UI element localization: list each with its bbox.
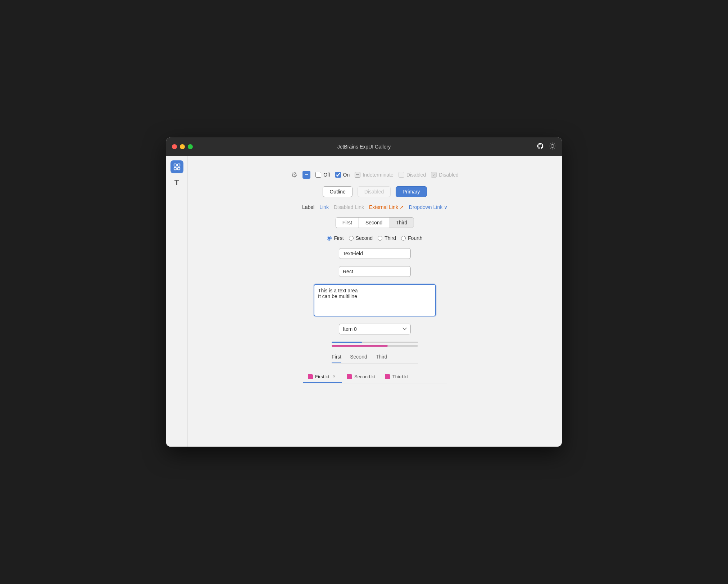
radio-first[interactable]	[327, 236, 332, 241]
svg-line-4	[554, 148, 555, 148]
seg-first[interactable]: First	[336, 218, 359, 228]
svg-rect-10	[177, 164, 179, 166]
textarea-row: This is a text area It can be multiline	[314, 284, 436, 316]
progress-bar-1-wrap	[332, 342, 418, 343]
checkbox-disabled-label: Disabled	[406, 172, 426, 178]
sidebar: T	[166, 156, 188, 447]
text-field-2[interactable]	[339, 266, 411, 277]
kotlin-icon-third	[385, 374, 390, 379]
checkbox-on-group: On	[335, 172, 350, 178]
tab-first[interactable]: First	[332, 354, 341, 363]
file-tabs-bar: First.kt × Second.kt Third.kt	[303, 371, 447, 383]
seg-third[interactable]: Third	[389, 218, 414, 228]
close-button[interactable]	[172, 144, 177, 149]
traffic-lights	[172, 144, 193, 149]
seg-second[interactable]: Second	[359, 218, 389, 228]
checkbox-off[interactable]	[315, 172, 321, 178]
progress-bar-1-fill	[332, 342, 362, 343]
kotlin-icon-second	[347, 374, 352, 379]
checkboxes-row: ⚙ − Off On Indeterminate	[291, 170, 459, 179]
sidebar-gallery-icon[interactable]	[170, 160, 183, 173]
radios-row: First Second Third Fourth	[327, 235, 422, 241]
disabled-button: Disabled	[358, 186, 391, 197]
svg-rect-9	[174, 164, 176, 166]
tab-third[interactable]: Third	[376, 354, 387, 363]
file-tab-second[interactable]: Second.kt	[342, 371, 380, 383]
radio-first-label: First	[334, 235, 343, 241]
link-disabled: Disabled Link	[334, 204, 364, 210]
radio-third-label: Third	[385, 235, 396, 241]
checkbox-off-group: Off	[315, 172, 330, 178]
text-area[interactable]: This is a text area It can be multiline	[314, 284, 436, 316]
content-area: ⚙ − Off On Indeterminate	[188, 156, 562, 447]
kotlin-icon-first	[308, 374, 313, 379]
sidebar-typography-icon[interactable]: T	[170, 176, 183, 189]
links-row: Label Link Disabled Link External Link ↗…	[302, 204, 447, 210]
text-field-1[interactable]	[339, 248, 411, 259]
dropdown-row: Item 0 Item 1 Item 2 Item 3	[339, 324, 411, 334]
radio-second-label: Second	[356, 235, 373, 241]
checkbox-disabled-checked-group: ✓ Disabled	[431, 172, 458, 178]
radio-second-group: Second	[349, 235, 373, 241]
minimize-button[interactable]	[180, 144, 185, 149]
progress-bar-2-fill	[332, 345, 388, 347]
checkbox-indeterminate-group: Indeterminate	[355, 172, 393, 178]
link-label: Label	[302, 204, 314, 210]
svg-rect-11	[174, 168, 176, 170]
link-normal[interactable]: Link	[319, 204, 329, 210]
link-dropdown[interactable]: Dropdown Link ∨	[409, 204, 447, 210]
gear-icon[interactable]: ⚙	[291, 170, 297, 179]
titlebar-actions	[537, 142, 556, 151]
segmented-control: First Second Third	[336, 217, 414, 228]
minus-icon[interactable]: −	[302, 171, 310, 179]
maximize-button[interactable]	[188, 144, 193, 149]
file-tab-second-label: Second.kt	[354, 374, 375, 379]
theme-toggle-icon[interactable]	[549, 142, 556, 151]
checkbox-on-label: On	[343, 172, 350, 178]
svg-line-3	[550, 143, 551, 144]
radio-third[interactable]	[378, 236, 382, 241]
radio-second[interactable]	[349, 236, 354, 241]
svg-line-7	[550, 148, 551, 148]
progress-row	[332, 342, 418, 347]
tabs-row: First Second Third	[332, 354, 418, 364]
tabs-bar: First Second Third	[332, 354, 418, 364]
radio-first-group: First	[327, 235, 343, 241]
textfield-row	[339, 248, 411, 259]
file-tab-third-label: Third.kt	[392, 374, 408, 379]
checkbox-disabled	[399, 172, 404, 178]
radio-third-group: Third	[378, 235, 396, 241]
tab-second[interactable]: Second	[350, 354, 367, 363]
main-layout: T ⚙ − Off On Indeterminat	[166, 156, 562, 447]
file-tabs-row: First.kt × Second.kt Third.kt	[303, 371, 447, 383]
svg-rect-12	[177, 168, 179, 170]
progress-bar-2-wrap	[332, 345, 418, 347]
progress-container	[332, 342, 418, 347]
github-icon[interactable]	[537, 142, 544, 151]
checkbox-off-label: Off	[323, 172, 330, 178]
rect-row	[339, 266, 411, 277]
outline-button[interactable]: Outline	[323, 186, 352, 197]
app-window: JetBrains ExpUI Gallery	[166, 137, 562, 447]
radio-fourth-label: Fourth	[408, 235, 422, 241]
radio-fourth-group: Fourth	[401, 235, 422, 241]
titlebar: JetBrains ExpUI Gallery	[166, 137, 562, 156]
svg-point-0	[551, 144, 554, 147]
checkbox-disabled-group: Disabled	[399, 172, 426, 178]
segmented-row: First Second Third	[336, 217, 414, 228]
file-tab-third[interactable]: Third.kt	[380, 371, 413, 383]
buttons-row: Outline Disabled Primary	[323, 186, 427, 197]
file-tab-first-label: First.kt	[315, 374, 329, 379]
file-tab-first[interactable]: First.kt ×	[303, 371, 342, 383]
checkbox-indeterminate-label: Indeterminate	[363, 172, 393, 178]
svg-line-8	[554, 143, 555, 144]
checkbox-indeterminate[interactable]	[355, 172, 360, 178]
radio-fourth[interactable]	[401, 236, 406, 241]
file-tab-first-close[interactable]: ×	[331, 374, 337, 379]
dropdown-select[interactable]: Item 0 Item 1 Item 2 Item 3	[339, 324, 411, 334]
link-external[interactable]: External Link ↗	[369, 204, 404, 210]
primary-button[interactable]: Primary	[396, 186, 427, 197]
checkbox-disabled-checked-label: Disabled	[439, 172, 458, 178]
checkbox-disabled-checked: ✓	[431, 172, 437, 178]
checkbox-on[interactable]	[335, 172, 341, 178]
